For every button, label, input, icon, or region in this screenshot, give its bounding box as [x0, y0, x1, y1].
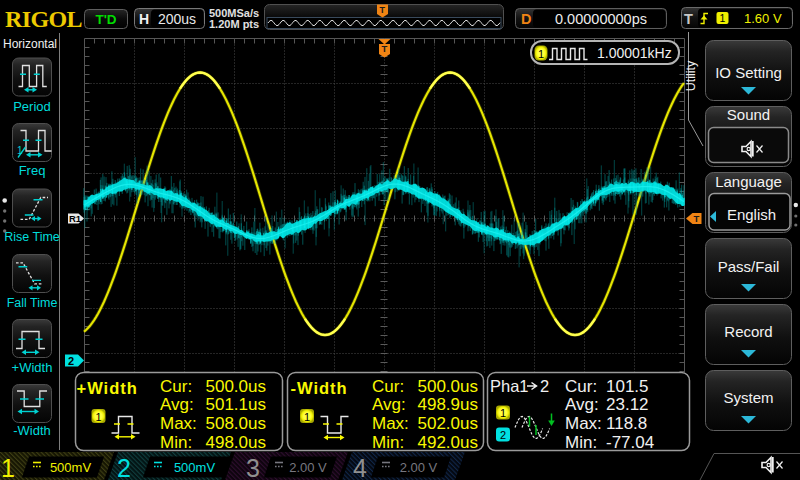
- svg-text:H: H: [139, 11, 149, 27]
- svg-text:500MSa/s: 500MSa/s: [209, 7, 259, 19]
- svg-text:500mV: 500mV: [50, 460, 92, 475]
- svg-text:T: T: [684, 11, 693, 27]
- svg-text:Max:: Max:: [160, 414, 197, 433]
- svg-text:1: 1: [720, 12, 726, 24]
- svg-text:2: 2: [540, 377, 549, 395]
- svg-text:Avg:: Avg:: [372, 395, 406, 414]
- svg-text:Pha1: Pha1: [490, 377, 529, 395]
- svg-text:Min:: Min:: [565, 433, 597, 452]
- svg-text:4: 4: [353, 454, 367, 480]
- svg-text:1: 1: [95, 411, 101, 423]
- svg-text:Min:: Min:: [372, 433, 404, 452]
- svg-text:Avg:: Avg:: [160, 395, 194, 414]
- svg-text:Cur:: Cur:: [565, 377, 597, 396]
- svg-text:Rise Time: Rise Time: [4, 230, 60, 244]
- svg-text:Freq: Freq: [19, 163, 46, 178]
- svg-text:T: T: [382, 43, 388, 54]
- svg-text:RIGOL: RIGOL: [5, 6, 82, 32]
- svg-text:-Width: -Width: [13, 423, 51, 438]
- svg-text:1: 1: [1, 454, 15, 480]
- svg-text:Avg:: Avg:: [565, 395, 599, 414]
- svg-text:2: 2: [500, 429, 506, 441]
- svg-text:2: 2: [117, 454, 131, 480]
- svg-text:508.0us: 508.0us: [206, 414, 267, 433]
- svg-text:501.1us: 501.1us: [206, 395, 267, 414]
- svg-text:118.8: 118.8: [606, 414, 647, 433]
- svg-text:1.00001kHz: 1.00001kHz: [597, 45, 672, 61]
- svg-text:498.9us: 498.9us: [418, 395, 479, 414]
- svg-text:Utility: Utility: [684, 60, 698, 91]
- svg-text:Pass/Fail: Pass/Fail: [718, 258, 780, 275]
- svg-text:1: 1: [538, 48, 544, 60]
- svg-text:0.00000000ps: 0.00000000ps: [555, 11, 647, 27]
- svg-text:1: 1: [500, 407, 506, 419]
- svg-text:2.00 V: 2.00 V: [400, 460, 438, 475]
- svg-text:+Width: +Width: [12, 360, 53, 375]
- svg-text:502.0us: 502.0us: [418, 414, 479, 433]
- svg-text:Cur:: Cur:: [372, 377, 404, 396]
- svg-text:1: 1: [304, 411, 310, 423]
- svg-text:200us: 200us: [158, 11, 196, 27]
- svg-text:Min:: Min:: [160, 433, 192, 452]
- svg-text:D: D: [521, 11, 531, 27]
- svg-text:23.12: 23.12: [606, 395, 649, 414]
- svg-text:T: T: [380, 5, 386, 15]
- svg-text:Sound: Sound: [727, 106, 770, 123]
- svg-text:Max:: Max:: [372, 414, 409, 433]
- svg-text:-Width: -Width: [291, 379, 348, 397]
- svg-text:500mV: 500mV: [174, 460, 216, 475]
- svg-text:IO Setting: IO Setting: [715, 64, 782, 81]
- svg-text:Cur:: Cur:: [160, 377, 192, 396]
- svg-text:500.0us: 500.0us: [206, 377, 267, 396]
- svg-text:492.0us: 492.0us: [418, 433, 479, 452]
- svg-text:R1: R1: [69, 213, 82, 224]
- svg-text:Period: Period: [13, 99, 51, 114]
- svg-text:English: English: [727, 206, 776, 223]
- svg-text:500.0us: 500.0us: [418, 377, 479, 396]
- svg-text:498.0us: 498.0us: [206, 433, 267, 452]
- svg-text:Max:: Max:: [565, 414, 602, 433]
- svg-text:1.60 V: 1.60 V: [744, 11, 782, 26]
- svg-text:-77.04: -77.04: [606, 433, 654, 452]
- svg-text:T: T: [694, 213, 700, 224]
- svg-text:1.20M pts: 1.20M pts: [209, 18, 259, 30]
- svg-text:T'D: T'D: [95, 12, 116, 27]
- svg-text:Record: Record: [724, 323, 772, 340]
- svg-text:2.00 V: 2.00 V: [289, 460, 327, 475]
- svg-text:3: 3: [246, 454, 260, 480]
- svg-text:101.5: 101.5: [606, 377, 649, 396]
- svg-text:2: 2: [68, 355, 74, 367]
- svg-text:Fall Time: Fall Time: [7, 296, 58, 310]
- svg-text:Horizontal: Horizontal: [3, 37, 57, 51]
- svg-text:System: System: [723, 389, 773, 406]
- svg-text:+Width: +Width: [77, 379, 138, 397]
- svg-text:Language: Language: [715, 173, 782, 190]
